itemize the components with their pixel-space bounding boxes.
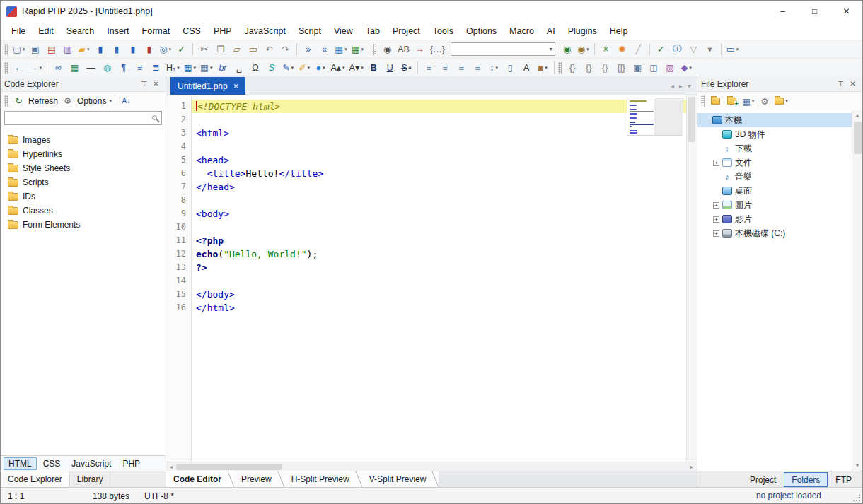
open-folder-icon[interactable]: [708, 93, 723, 109]
comment-icon[interactable]: ◍: [100, 60, 115, 76]
lang-tab-php[interactable]: PHP: [117, 457, 145, 470]
minimap[interactable]: [627, 98, 683, 136]
iframe-icon[interactable]: ◫: [647, 60, 661, 76]
save-icon[interactable]: ▮: [93, 42, 108, 57]
non-breaking-space-icon[interactable]: ␣: [231, 60, 246, 76]
redo-icon[interactable]: ↷: [278, 42, 293, 57]
menu-item-view[interactable]: View: [328, 24, 359, 38]
style-braces-icon[interactable]: {}: [598, 60, 613, 76]
menu-item-css[interactable]: CSS: [176, 24, 207, 38]
menu-item-macro[interactable]: Macro: [503, 24, 540, 38]
sort-icon[interactable]: A↓: [119, 93, 134, 109]
menu-item-insert[interactable]: Insert: [100, 24, 135, 38]
menu-item-tab[interactable]: Tab: [359, 24, 386, 38]
braces-cursor-icon[interactable]: {|}: [614, 60, 629, 76]
file-explorer-scrollbar[interactable]: ▴ ▾: [852, 110, 862, 471]
expand-icon[interactable]: +: [713, 202, 719, 209]
document-tab-untitled1[interactable]: Untitled1.php ✕: [170, 77, 245, 95]
view-tab-v-split-preview[interactable]: V-Split Preview: [362, 471, 439, 487]
frame-icon[interactable]: ▣: [630, 60, 645, 76]
scrollbar-thumb[interactable]: [176, 464, 282, 470]
folder-menu-icon[interactable]: ▾: [773, 93, 789, 109]
refresh-label[interactable]: Refresh: [28, 96, 58, 106]
open-file-icon[interactable]: ▰▾: [76, 42, 91, 57]
back-icon[interactable]: ←: [11, 60, 26, 76]
strikethrough-icon[interactable]: S▾: [399, 60, 414, 76]
scroll-up-icon[interactable]: ▴: [852, 110, 862, 120]
validate-icon[interactable]: ✓: [654, 42, 668, 57]
scroll-right-icon[interactable]: ▸: [687, 464, 697, 470]
panel-tab-ftp[interactable]: FTP: [828, 472, 859, 487]
maximize-button[interactable]: □: [799, 1, 830, 22]
hyperlink-icon[interactable]: ∞: [51, 60, 66, 76]
toolbar-overflow-icon[interactable]: ▾: [702, 42, 717, 57]
css-style-icon[interactable]: S: [264, 60, 279, 76]
justify-icon[interactable]: ≡: [470, 60, 485, 76]
tab-list-icon[interactable]: ▾: [688, 82, 691, 90]
image-placeholder-icon[interactable]: ▨: [663, 60, 678, 76]
find-all-icon[interactable]: ◉▾: [576, 42, 591, 57]
replace-in-files-icon[interactable]: AB: [396, 42, 411, 57]
align-center-icon[interactable]: ≡: [438, 60, 453, 76]
paste-special-icon[interactable]: ▭: [245, 42, 260, 57]
view-tab-code-editor[interactable]: Code Editor: [166, 471, 234, 487]
search-input[interactable]: [4, 111, 162, 125]
find-in-files-icon[interactable]: ◉: [380, 42, 395, 57]
menu-item-tools[interactable]: Tools: [427, 24, 460, 38]
scroll-down-icon[interactable]: ▾: [852, 461, 862, 471]
resize-grip[interactable]: [852, 493, 861, 502]
code-explorer-item-form-elements[interactable]: Form Elements: [1, 218, 166, 232]
file-explorer-item-i7[interactable]: +影片: [697, 212, 852, 226]
code-explorer-item-style-sheets[interactable]: Style Sheets: [1, 161, 166, 175]
expand-icon[interactable]: +: [713, 160, 719, 166]
menu-item-javascript[interactable]: JavaScript: [238, 24, 292, 38]
file-explorer-item-i6[interactable]: +圖片: [697, 198, 852, 212]
scrollbar-thumb[interactable]: [854, 122, 862, 154]
toolbar-search-combobox[interactable]: ▾: [451, 42, 555, 56]
color-picker-icon[interactable]: ●▾: [313, 60, 328, 76]
menu-item-format[interactable]: Format: [136, 24, 177, 38]
code-explorer-item-hyperlinks[interactable]: Hyperlinks: [1, 147, 166, 161]
close-button[interactable]: ✕: [830, 1, 862, 22]
insert-table-icon[interactable]: ▦▾: [183, 60, 197, 76]
cut-icon[interactable]: ✂: [197, 42, 212, 57]
refresh-icon[interactable]: ↻: [11, 93, 26, 109]
highlight-icon[interactable]: ✐▾: [296, 60, 311, 76]
close-panel-icon[interactable]: ✕: [847, 80, 859, 88]
file-explorer-item-i3[interactable]: +文件: [697, 156, 852, 170]
prev-tab-icon[interactable]: ◂: [671, 82, 674, 90]
align-right-icon[interactable]: ≡: [454, 60, 469, 76]
lang-tab-javascript[interactable]: JavaScript: [66, 457, 116, 470]
line-break-icon[interactable]: br: [215, 60, 230, 76]
print-icon[interactable]: ▥: [60, 42, 75, 57]
code-editor[interactable]: 12345678910111213141516 <!DOCTYPE html><…: [166, 95, 697, 462]
settings-gear-icon[interactable]: ⚙: [757, 93, 772, 109]
css3-menu-icon[interactable]: ◆▾: [679, 60, 694, 76]
file-explorer-item-i0[interactable]: 本機: [697, 113, 852, 127]
close-tab-icon[interactable]: ✕: [233, 83, 239, 90]
pin-icon[interactable]: ⊤: [138, 80, 150, 88]
line-spacing-icon[interactable]: ↕▾: [487, 60, 502, 76]
bullet-list-icon[interactable]: ≡: [132, 60, 147, 76]
font-color-icon[interactable]: ✎▾: [280, 60, 295, 76]
menu-item-search[interactable]: Search: [60, 24, 101, 38]
insert-image-icon[interactable]: ▦: [67, 60, 82, 76]
code-explorer-item-images[interactable]: Images: [1, 133, 166, 147]
view-tab-preview[interactable]: Preview: [234, 471, 284, 487]
panel-tab-code-explorer[interactable]: Code Explorer: [1, 471, 70, 487]
filter-icon[interactable]: ▽: [686, 42, 701, 57]
code-snippet-icon[interactable]: {…}: [429, 42, 446, 57]
save-all-icon[interactable]: ▮: [125, 42, 140, 57]
numbered-list-icon[interactable]: ≣: [149, 60, 163, 76]
menu-item-file[interactable]: File: [5, 24, 32, 38]
lang-tab-html[interactable]: HTML: [4, 457, 37, 470]
menu-item-ai[interactable]: AI: [540, 24, 562, 38]
fill-color-icon[interactable]: ◙▾: [535, 60, 550, 76]
php-braces-icon[interactable]: {}: [565, 60, 580, 76]
forward-icon[interactable]: →▾: [28, 60, 43, 76]
panel-tab-library[interactable]: Library: [70, 471, 111, 487]
panel-tab-project[interactable]: Project: [742, 472, 784, 487]
code-cleanup-icon[interactable]: ✳: [598, 42, 613, 57]
horizontal-rule-icon[interactable]: —: [83, 60, 98, 76]
view-mode-icon[interactable]: ▦▾: [741, 93, 755, 109]
